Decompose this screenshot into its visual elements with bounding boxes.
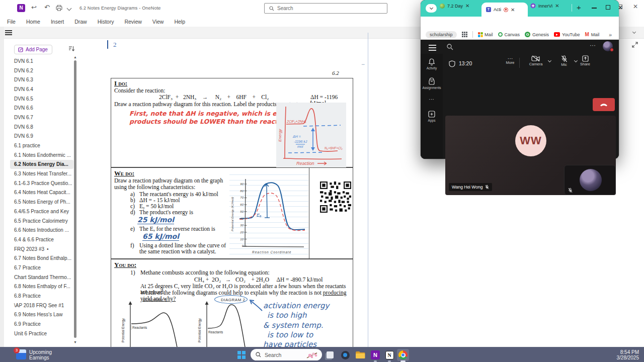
teams-search-icon[interactable] bbox=[447, 44, 453, 50]
menu-review[interactable]: Review bbox=[124, 19, 141, 25]
tab-search-button[interactable] bbox=[426, 4, 437, 13]
scroll-down-icon[interactable]: ▼ bbox=[73, 340, 77, 344]
page-item[interactable]: DVN 6.9 bbox=[10, 132, 73, 141]
page-item[interactable]: 6.1-6.3 Practice Questio... bbox=[10, 178, 73, 188]
apps-grid-icon[interactable] bbox=[462, 32, 467, 37]
page-item[interactable]: DVN 6.3 bbox=[10, 75, 73, 84]
tab2-close-icon[interactable]: ✕ bbox=[511, 7, 515, 13]
page-item[interactable]: DVN 6.6 bbox=[10, 103, 73, 113]
share-control[interactable]: Share bbox=[579, 55, 592, 66]
menu-draw[interactable]: Draw bbox=[74, 19, 87, 25]
sort-icon[interactable] bbox=[68, 45, 75, 52]
menu-help[interactable]: Help bbox=[174, 19, 185, 25]
bookmark-chip[interactable]: scholarship bbox=[426, 31, 457, 38]
collapse-marker[interactable]: − bbox=[361, 61, 365, 68]
taskbar-search[interactable]: Search bbox=[251, 349, 322, 360]
page-item[interactable]: DVN 6.2 bbox=[10, 66, 73, 75]
page-item[interactable]: 6.5 Practice Calorimetry bbox=[10, 216, 73, 226]
rail-assignments-label[interactable]: Assignments bbox=[421, 86, 443, 89]
menu-home[interactable]: Home bbox=[26, 19, 40, 25]
page-item[interactable]: DVN 6.7 bbox=[10, 113, 73, 122]
apps-icon[interactable] bbox=[428, 111, 435, 118]
add-page-button[interactable]: Add Page bbox=[14, 45, 52, 54]
scroll-up-icon[interactable]: ▲ bbox=[73, 55, 77, 59]
page-item[interactable]: 6.3 Notes Heat Transfer... bbox=[10, 169, 73, 178]
page-item[interactable]: FRQ 2023 #3• bbox=[10, 244, 73, 254]
tab3-close-icon[interactable]: ✕ bbox=[555, 3, 559, 9]
page-item[interactable]: 6.8 Notes Enthalpy of F... bbox=[10, 282, 73, 292]
menu-view[interactable]: View bbox=[152, 19, 164, 25]
assignments-icon[interactable] bbox=[428, 77, 435, 85]
new-tab-button[interactable]: + bbox=[577, 3, 581, 12]
file-explorer-icon[interactable] bbox=[354, 349, 366, 361]
back-button[interactable]: ↩ bbox=[31, 4, 37, 11]
print-button[interactable] bbox=[56, 5, 62, 11]
bookmark-youtube[interactable]: YouTube bbox=[554, 32, 580, 37]
onenote-taskbar-icon[interactable]: N bbox=[369, 349, 381, 361]
camera-control[interactable]: Camera bbox=[524, 55, 547, 66]
menu-history[interactable]: History bbox=[98, 19, 114, 25]
page-item[interactable]: Unit 6 Practice bbox=[10, 329, 73, 338]
notion-icon[interactable]: N bbox=[383, 349, 395, 361]
bookmarks-overflow-icon[interactable]: » bbox=[609, 32, 612, 38]
teams-hamburger-icon[interactable] bbox=[429, 45, 436, 46]
camera-app-icon[interactable] bbox=[339, 349, 351, 361]
camera-chevron-icon[interactable] bbox=[548, 59, 551, 62]
hangup-button[interactable] bbox=[593, 98, 615, 111]
tab-1[interactable]: 7.2 Day ✕ bbox=[440, 3, 482, 9]
close-button[interactable]: ✕ bbox=[633, 3, 638, 10]
minimize-button[interactable] bbox=[592, 8, 597, 9]
rail-activity-label[interactable]: Activity bbox=[421, 66, 443, 70]
bookmark-genesis[interactable]: G Genesis bbox=[525, 32, 549, 37]
chrome-taskbar-icon[interactable] bbox=[397, 349, 409, 361]
page-item[interactable]: DVN 6.1 bbox=[10, 56, 73, 66]
tab1-close-icon[interactable]: ✕ bbox=[465, 3, 469, 9]
page-item[interactable]: 6.4 & 6.6 Practice bbox=[10, 235, 73, 244]
sidebar-scrollbar[interactable]: ▲ ▼ bbox=[73, 55, 77, 344]
start-button[interactable] bbox=[237, 351, 246, 359]
tab-3[interactable]: InnerVi ✕ bbox=[530, 3, 570, 9]
page-item[interactable]: 6.2 Notes Energy Dia... bbox=[10, 160, 73, 169]
taskbar-clock[interactable]: 8:54 PM 3/28/2025 bbox=[617, 349, 639, 360]
page-item[interactable]: 6.9 Notes Hess's Law bbox=[10, 310, 73, 320]
page-item[interactable]: 6.6 Notes Introduction ... bbox=[10, 225, 73, 235]
widgets-icon[interactable]: 3 bbox=[16, 349, 26, 359]
rail-apps-label[interactable]: Apps bbox=[421, 119, 443, 122]
menu-file[interactable]: File bbox=[7, 19, 16, 25]
widget-text[interactable]: Upcoming Earnings bbox=[29, 349, 52, 360]
page-item[interactable]: 6.9 Practice bbox=[10, 319, 73, 329]
rail-more-icon[interactable]: ··· bbox=[429, 96, 434, 102]
page-item[interactable]: 6.5 Notes Energy of Ph... bbox=[10, 197, 73, 207]
bookmark-canvas[interactable]: Canvas bbox=[498, 32, 520, 37]
activity-bell-icon[interactable] bbox=[428, 58, 435, 65]
close-button[interactable]: ✕ bbox=[618, 4, 623, 11]
bookmark-ms-mail[interactable]: Mail bbox=[478, 32, 493, 37]
page-item[interactable]: 6.7 Practice bbox=[10, 263, 73, 273]
quick-access-chevron-icon[interactable] bbox=[67, 6, 72, 11]
more-control[interactable]: ··· More bbox=[501, 56, 519, 65]
page-item[interactable]: 6.1 practice bbox=[10, 141, 73, 150]
page-item[interactable]: DVN 6.8 bbox=[10, 122, 73, 132]
mic-chevron-icon[interactable] bbox=[574, 59, 578, 62]
teams-more-menu-icon[interactable]: ··· bbox=[590, 42, 596, 49]
tab-2-active[interactable]: T Acti ✕ bbox=[481, 3, 528, 17]
page-item[interactable]: \AP 2018 FRQ See #1 bbox=[10, 301, 73, 310]
task-view-icon[interactable] bbox=[324, 349, 336, 361]
mic-control[interactable]: Mic bbox=[554, 55, 574, 67]
scrollbar-thumb[interactable] bbox=[74, 60, 76, 338]
undo-button[interactable]: ↶ bbox=[44, 4, 50, 11]
page-item[interactable]: DVN 6.4 bbox=[10, 84, 73, 94]
self-view[interactable] bbox=[564, 165, 616, 195]
full-page-view-icon[interactable] bbox=[632, 42, 638, 48]
page-item[interactable]: DVN 6.5 bbox=[10, 94, 73, 104]
nav-hamburger-icon[interactable] bbox=[5, 30, 12, 35]
menu-insert[interactable]: Insert bbox=[51, 19, 64, 25]
page-item[interactable]: 6.4 Notes Heat Capacit... bbox=[10, 188, 73, 198]
page-item[interactable]: 6.7 Notes Bond Enthalp... bbox=[10, 253, 73, 263]
maximize-button[interactable] bbox=[606, 5, 610, 10]
onenote-search-input[interactable]: Search bbox=[264, 3, 387, 14]
page-item[interactable]: 6.8 Practice bbox=[10, 291, 73, 301]
page-item[interactable]: 6.4/6.5 Practice and Key bbox=[10, 207, 73, 216]
page-item[interactable]: 6.1 Notes Endothermic ... bbox=[10, 150, 73, 160]
page-item[interactable]: Chart Standard Thermo... bbox=[10, 273, 73, 282]
